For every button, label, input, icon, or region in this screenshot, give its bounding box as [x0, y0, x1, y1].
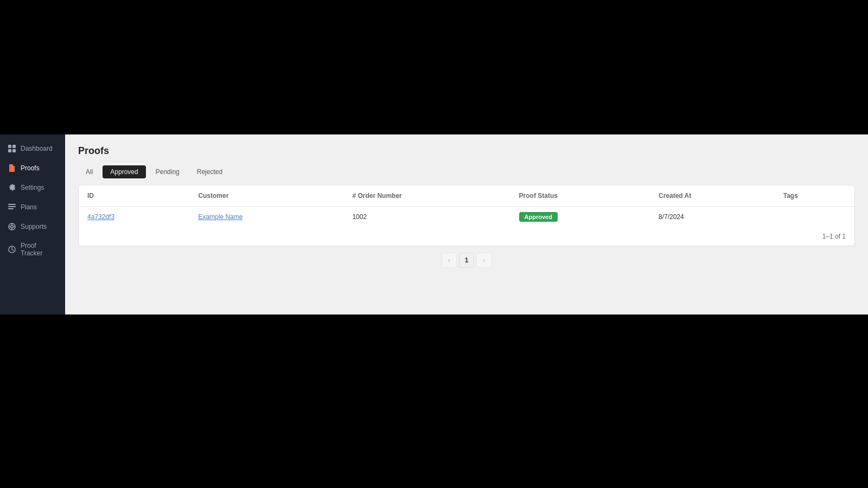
table-row: 4a732df3 Example Name 1002 Approved 8/7/… — [79, 207, 854, 228]
cell-tags — [775, 207, 854, 228]
svg-rect-0 — [8, 145, 11, 148]
sidebar: Dashboard Proofs — [0, 134, 65, 314]
cell-proof-status: Approved — [510, 207, 650, 228]
tab-all[interactable]: All — [78, 165, 100, 178]
svg-rect-2 — [8, 149, 11, 152]
prev-page-button[interactable]: ‹ — [442, 253, 457, 268]
main-area: Dashboard Proofs — [0, 134, 868, 314]
col-header-created-at: Created At — [650, 185, 775, 207]
cell-customer: Example Name — [189, 207, 343, 228]
sidebar-item-proof-tracker[interactable]: Proof Tracker — [0, 236, 65, 262]
current-page-button[interactable]: 1 — [459, 253, 474, 268]
tab-approved[interactable]: Approved — [103, 165, 145, 178]
gear-icon — [8, 183, 16, 192]
next-page-button[interactable]: › — [476, 253, 492, 268]
svg-rect-5 — [10, 169, 14, 169]
grid-icon — [8, 144, 16, 153]
table-header-row: ID Customer # Order Number Proof Status … — [79, 185, 854, 207]
sidebar-item-dashboard[interactable]: Dashboard — [0, 139, 65, 158]
svg-rect-7 — [8, 204, 16, 205]
status-badge: Approved — [519, 212, 558, 222]
col-header-order-number: # Order Number — [343, 185, 510, 207]
proofs-table: ID Customer # Order Number Proof Status … — [79, 185, 854, 227]
main-content: Proofs All Approved Pending Rejected ID … — [65, 134, 868, 314]
svg-rect-8 — [8, 206, 16, 207]
sidebar-item-settings[interactable]: Settings — [0, 178, 65, 197]
cell-order-number: 1002 — [343, 207, 510, 228]
svg-rect-4 — [10, 168, 14, 168]
pagination-area: 1–1 of 1 — [79, 227, 854, 246]
sidebar-label-supports: Supports — [21, 223, 47, 230]
svg-rect-3 — [12, 149, 16, 152]
id-link[interactable]: 4a732df3 — [87, 213, 114, 221]
tracker-icon — [8, 245, 16, 254]
black-bar-bottom — [0, 314, 868, 488]
file-icon — [8, 164, 16, 172]
sidebar-label-proof-tracker: Proof Tracker — [21, 242, 58, 257]
page-controls: ‹ 1 › — [78, 253, 855, 268]
tab-pending[interactable]: Pending — [148, 165, 187, 178]
sidebar-label-proofs: Proofs — [21, 164, 40, 172]
sidebar-item-proofs[interactable]: Proofs — [0, 158, 65, 178]
sidebar-label-settings: Settings — [21, 184, 44, 191]
col-header-tags: Tags — [775, 185, 854, 207]
app-wrapper: Dashboard Proofs — [0, 0, 868, 488]
svg-rect-9 — [8, 208, 14, 209]
filter-tabs: All Approved Pending Rejected — [78, 165, 855, 178]
page-title: Proofs — [78, 145, 855, 157]
sidebar-item-supports[interactable]: Supports — [0, 217, 65, 236]
sidebar-item-plans[interactable]: Plans — [0, 197, 65, 217]
col-header-proof-status: Proof Status — [510, 185, 650, 207]
cell-created-at: 8/7/2024 — [650, 207, 775, 228]
table-wrapper: ID Customer # Order Number Proof Status … — [78, 185, 855, 246]
svg-point-11 — [11, 226, 14, 228]
col-header-id: ID — [79, 185, 189, 207]
cell-id: 4a732df3 — [79, 207, 189, 228]
sidebar-label-plans: Plans — [21, 203, 37, 211]
plans-icon — [8, 203, 16, 211]
customer-link[interactable]: Example Name — [198, 213, 242, 221]
svg-rect-1 — [12, 145, 16, 148]
tab-rejected[interactable]: Rejected — [189, 165, 230, 178]
sidebar-label-dashboard: Dashboard — [21, 145, 53, 152]
svg-rect-6 — [10, 170, 12, 170]
pagination-summary: 1–1 of 1 — [822, 233, 846, 240]
col-header-customer: Customer — [189, 185, 343, 207]
black-bar-top — [0, 0, 868, 134]
support-icon — [8, 222, 16, 231]
